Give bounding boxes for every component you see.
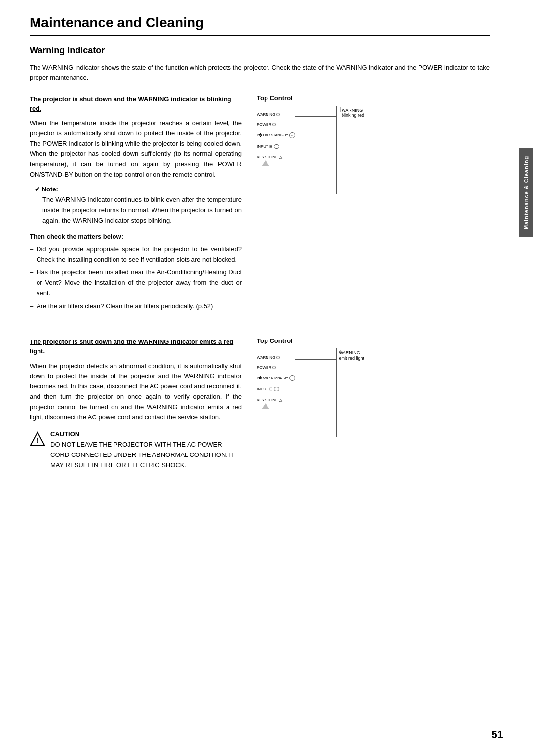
warning-triangle-icon: ! bbox=[30, 431, 45, 446]
caution-content: CAUTION DO NOT LEAVE THE PROJECTOR WITH … bbox=[50, 430, 242, 470]
diagram1-arrow-line bbox=[295, 116, 336, 117]
diagram2-annotation: WARNING emit red light bbox=[339, 350, 364, 362]
subsection2-body: When the projector detects an abnormal c… bbox=[30, 361, 242, 423]
diagram2-vert-bar bbox=[336, 348, 337, 437]
subsection1-body: When the temperature inside the projecto… bbox=[30, 118, 242, 180]
caution-icon: ! bbox=[30, 431, 45, 449]
subsection2-right: Top Control | | WARNING emit red light bbox=[257, 337, 490, 471]
diag-row-standby: I/⏻ ON / STAND-BY ··· bbox=[257, 132, 295, 138]
diagram2-label: Top Control bbox=[257, 337, 490, 344]
caution-text: DO NOT LEAVE THE PROJECTOR WITH THE AC P… bbox=[50, 440, 242, 470]
subsection2-heading: The projector is shut down and the WARNI… bbox=[30, 337, 242, 356]
section-heading: Warning Indicator bbox=[30, 45, 490, 56]
subsection2-left: The projector is shut down and the WARNI… bbox=[30, 337, 242, 471]
diag-row-input: INPUT ⊟ bbox=[257, 144, 279, 149]
diag-row-keystone: KEYSTONE △ bbox=[257, 155, 282, 166]
subsection1-right: Top Control | | WARNING blinking red bbox=[257, 94, 490, 319]
second-section-columns: The projector is shut down and the WARNI… bbox=[30, 337, 490, 471]
diagram1-vert-bar bbox=[336, 106, 337, 194]
first-section-columns: The projector is shut down and the WARNI… bbox=[30, 94, 490, 319]
diagram1-annotation: WARNING blinking red bbox=[342, 108, 364, 119]
diag-row-warning: WARNING bbox=[257, 113, 280, 117]
caution-section: ! CAUTION DO NOT LEAVE THE PROJECTOR WIT… bbox=[30, 430, 242, 470]
diagram1-container: | | WARNING blinking red WARNING bbox=[257, 106, 365, 194]
diag2-row-standby: I/⏻ ON / STAND-BY ··· bbox=[257, 375, 295, 381]
page-title: Maintenance and Cleaning bbox=[30, 15, 490, 36]
check-heading: Then check the matters below: bbox=[30, 233, 242, 240]
svg-text:!: ! bbox=[37, 437, 39, 445]
subsection1-heading: The projector is shut down and the WARNI… bbox=[30, 94, 242, 113]
list-item: Has the projector been installed near th… bbox=[30, 267, 242, 298]
diagram2-container: | | WARNING emit red light WARNING POWE bbox=[257, 348, 365, 437]
diag2-row-power: POWER bbox=[257, 365, 276, 370]
caution-title: CAUTION bbox=[50, 430, 242, 438]
diagram1-label: Top Control bbox=[257, 94, 490, 102]
intro-text: The WARNING indicator shows the state of… bbox=[30, 63, 490, 83]
bullet-list: Did you provide appropriate space for th… bbox=[30, 244, 242, 312]
diagram2-arrow-line bbox=[295, 359, 336, 360]
diag2-row-warning: WARNING bbox=[257, 355, 280, 360]
diag-row-power: POWER bbox=[257, 122, 276, 127]
subsection1-left: The projector is shut down and the WARNI… bbox=[30, 94, 242, 319]
diag2-row-input: INPUT ⊟ bbox=[257, 387, 279, 391]
page: Maintenance & Cleaning Maintenance and C… bbox=[0, 0, 533, 756]
list-item: Did you provide appropriate space for th… bbox=[30, 244, 242, 265]
diag2-row-keystone: KEYSTONE △ bbox=[257, 398, 282, 409]
note-title: Note: bbox=[35, 186, 242, 193]
note-text: The WARNING indicator continues to blink… bbox=[35, 195, 242, 226]
note-box: Note: The WARNING indicator continues to… bbox=[30, 186, 242, 226]
list-item: Are the air filters clean? Clean the air… bbox=[30, 302, 242, 312]
section-divider bbox=[30, 329, 490, 329]
page-number: 51 bbox=[492, 728, 503, 741]
side-tab: Maintenance & Cleaning bbox=[519, 148, 533, 237]
